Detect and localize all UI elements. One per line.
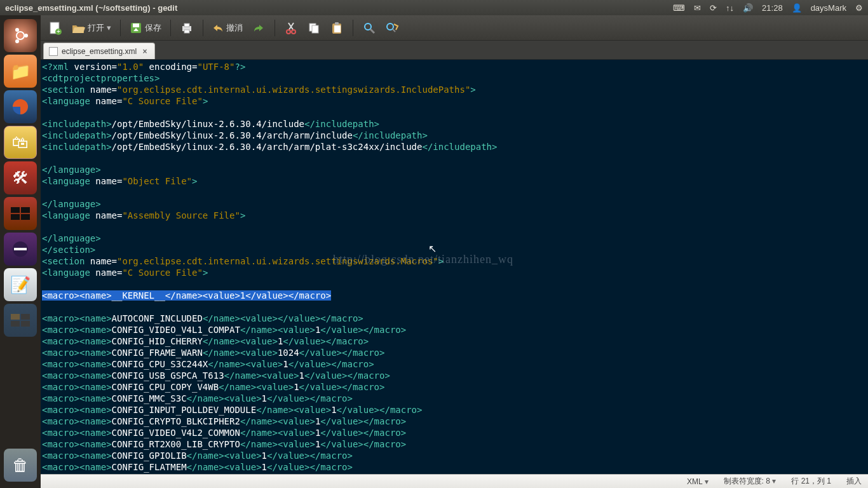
code-content[interactable]: <?xml version="1.0" encoding="UTF-8"?> <… <box>41 60 868 474</box>
window-title: eclipse_emsetting.xml (~/softsetting) - … <box>5 3 673 13</box>
paste-button[interactable] <box>327 18 346 37</box>
document-icon <box>49 47 58 56</box>
new-button[interactable]: + <box>46 18 65 37</box>
svg-rect-29 <box>335 22 339 25</box>
workspace-switcher-icon[interactable] <box>4 304 37 337</box>
svg-rect-10 <box>14 248 27 250</box>
svg-rect-8 <box>21 214 30 220</box>
svg-point-23 <box>287 30 290 34</box>
svg-line-31 <box>370 29 374 33</box>
unity-launcher: 📁 🛍 🛠 📝 🗑 <box>0 15 41 488</box>
separator <box>120 20 121 36</box>
svg-point-30 <box>365 24 371 30</box>
tab-label: eclipse_emsetting.xml <box>62 47 137 56</box>
separator <box>170 20 171 36</box>
svg-rect-22 <box>184 30 189 33</box>
svg-rect-11 <box>11 314 20 320</box>
cut-button[interactable] <box>281 18 301 37</box>
svg-rect-12 <box>21 314 30 320</box>
svg-rect-26 <box>312 25 318 33</box>
status-bar: XML 制表符宽度: 8 行 21，列 1 插入 <box>41 474 868 488</box>
dash-icon[interactable] <box>4 19 37 52</box>
keyboard-icon[interactable]: ⌨ <box>673 3 685 13</box>
firefox-icon[interactable] <box>4 90 37 123</box>
search-button[interactable] <box>360 18 379 37</box>
network-icon[interactable]: ↑↓ <box>726 3 734 13</box>
user-icon: 👤 <box>792 3 802 13</box>
svg-point-24 <box>292 30 295 34</box>
toolbar: + 打开 ▾ 保存 撤消 <box>41 15 868 41</box>
svg-point-1 <box>24 34 28 37</box>
svg-rect-13 <box>11 321 20 327</box>
mail-icon[interactable]: ✉ <box>694 3 701 13</box>
svg-rect-7 <box>11 214 20 220</box>
files-icon[interactable]: 📁 <box>4 55 37 88</box>
editor-area[interactable]: <?xml version="1.0" encoding="UTF-8"?> <… <box>41 60 868 474</box>
svg-point-32 <box>387 24 393 30</box>
trash-icon[interactable]: 🗑 <box>4 449 37 482</box>
svg-point-3 <box>15 39 19 43</box>
separator <box>275 20 275 36</box>
save-label: 保存 <box>145 22 161 34</box>
language-selector[interactable]: XML <box>687 477 709 486</box>
open-label: 打开 <box>88 22 104 34</box>
file-tab[interactable]: eclipse_emsetting.xml × <box>43 43 155 59</box>
sync-icon[interactable]: ⟳ <box>710 3 717 13</box>
svg-rect-5 <box>11 207 20 213</box>
svg-point-0 <box>17 32 24 39</box>
settings-icon[interactable]: 🛠 <box>4 161 37 194</box>
svg-rect-14 <box>21 321 30 327</box>
print-button[interactable] <box>177 18 196 37</box>
undo-button[interactable]: 撤消 <box>210 18 245 37</box>
cursor-position: 行 21，列 1 <box>791 476 831 487</box>
svg-line-33 <box>393 29 395 32</box>
copy-button[interactable] <box>304 18 323 37</box>
ubuntu-top-panel: eclipse_emsetting.xml (~/softsetting) - … <box>0 0 868 15</box>
clock[interactable]: 21:28 <box>762 3 783 13</box>
software-center-icon[interactable]: 🛍 <box>4 126 37 159</box>
separator <box>203 20 203 36</box>
redo-button[interactable] <box>249 18 268 37</box>
system-tray: ⌨ ✉ ⟳ ↑↓ 🔊 21:28 👤 daysMark ⚙ <box>673 3 863 13</box>
svg-rect-6 <box>21 207 30 213</box>
separator <box>353 20 353 36</box>
gedit-window: + 打开 ▾ 保存 撤消 <box>41 15 868 488</box>
replace-button[interactable] <box>383 18 402 37</box>
close-tab-icon[interactable]: × <box>140 47 149 56</box>
gedit-icon[interactable]: 📝 <box>4 268 37 301</box>
svg-text:+: + <box>57 28 60 35</box>
terminal-icon[interactable] <box>4 197 37 230</box>
save-button[interactable]: 保存 <box>127 18 164 37</box>
sound-icon[interactable]: 🔊 <box>743 3 753 13</box>
tab-bar: eclipse_emsetting.xml × <box>41 41 868 60</box>
undo-label: 撤消 <box>226 22 243 34</box>
chevron-down-icon: ▾ <box>107 23 111 32</box>
tabwidth-selector[interactable]: 制表符宽度: 8 <box>724 476 776 487</box>
open-button[interactable]: 打开 ▾ <box>69 18 114 37</box>
user-name[interactable]: daysMark <box>811 3 846 13</box>
svg-point-2 <box>15 28 19 32</box>
svg-rect-28 <box>334 25 341 32</box>
eclipse-icon[interactable] <box>4 233 37 266</box>
power-icon[interactable]: ⚙ <box>855 3 863 13</box>
svg-rect-19 <box>133 24 139 27</box>
svg-rect-21 <box>184 24 189 27</box>
insert-mode: 插入 <box>846 476 862 487</box>
